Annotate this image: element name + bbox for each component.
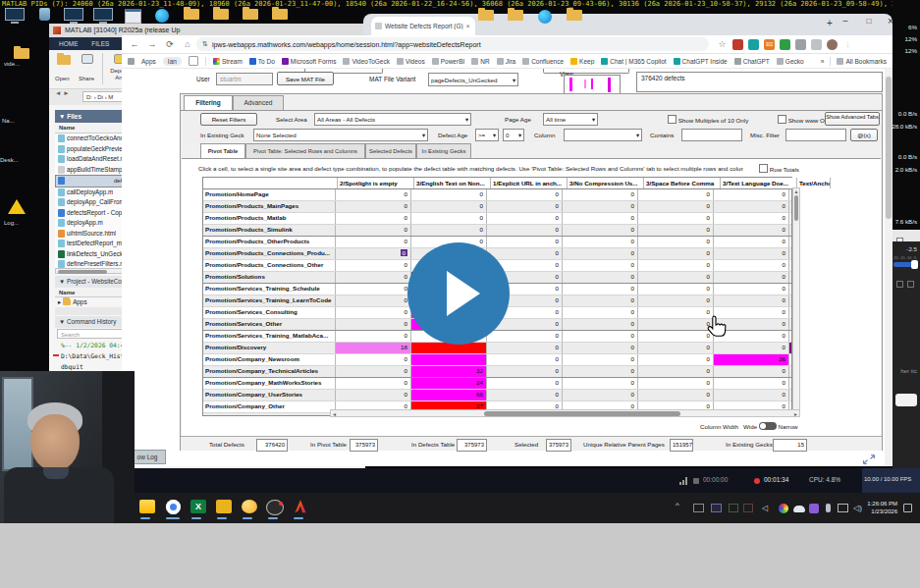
defect-age-value-select[interactable]: 0▾ [503,129,524,141]
pivot-cell[interactable]: 0 [563,378,638,389]
row-totals-checkbox[interactable]: Row Totals [759,164,799,173]
pivot-cell[interactable]: 0 [563,213,638,224]
edge-browser-icon[interactable] [530,9,560,34]
pivot-cell[interactable] [789,237,791,247]
warning-triangle-icon[interactable] [8,199,26,214]
tab-selected-defects[interactable]: Selected Defects [365,143,416,159]
pivot-cell[interactable]: 24 [411,378,487,389]
dock-button[interactable] [895,394,917,406]
pivot-cell[interactable] [789,378,791,389]
window-minimize-button[interactable]: – [837,16,854,26]
hscroll-thumb[interactable] [484,411,680,416]
column-width-toggle[interactable] [759,422,777,430]
share-button[interactable]: Share [79,76,94,81]
desktop-label-log[interactable]: Log... [4,220,51,226]
pivot-cell[interactable]: 0 [563,331,638,342]
profile-chip[interactable]: Ian [163,57,182,66]
pivot-cell[interactable]: 0 [336,284,411,294]
pivot-cell[interactable]: 0 [638,378,714,389]
tab-pivot-table[interactable]: Pivot Table [200,143,245,159]
teams-icon[interactable] [809,504,819,513]
bookmark-item[interactable]: Jira [497,58,515,65]
pivot-cell[interactable]: 0 [563,295,638,306]
pivot-cell[interactable]: 0 [638,213,714,224]
all-bookmarks-item[interactable]: All Bookmarks [837,58,887,65]
table-vscrollbar[interactable]: ▲ ▼ [792,187,800,414]
column-header[interactable]: 3/Text Language Doe... [721,178,797,188]
pivot-cell[interactable] [789,331,791,342]
pivot-cell[interactable]: 0 [336,354,411,365]
site-settings-icon[interactable]: ⇅ [202,40,208,48]
table-row[interactable]: Promotion/Company_Newsroom000036 [203,354,791,366]
tab-close-icon[interactable]: × [466,23,470,29]
pivot-cell[interactable]: 0 [336,272,411,283]
row-label[interactable]: Promotion/Company_MathWorksStories [203,378,336,389]
clock-recorder-taskbar-icon[interactable] [266,498,284,515]
reset-filters-button[interactable]: Reset Filters [200,113,257,126]
pivot-cell[interactable]: 0 [487,201,563,212]
browser-tab[interactable]: Website Defects Report (G) × [371,17,475,35]
tray-clock[interactable]: 1:26:06 PM 1/23/2026 [866,500,897,515]
row-label[interactable]: Promotion/Products_MainPages [203,201,336,212]
page-scroll-thumb[interactable] [886,77,892,219]
table-row[interactable]: Promotion/Services_Training_MatlabAca...… [203,331,791,343]
desktop-label-desk[interactable]: Desk... [0,157,47,163]
save-mat-button[interactable]: Save MAT File [277,72,334,85]
matlab-tab-files[interactable]: FILES [91,40,109,47]
bookmark-item[interactable]: Keep [570,58,594,65]
show-advanced-tabs-button[interactable]: Show Advanced Tabs [825,112,880,126]
scroll-up-icon[interactable]: ▲ [793,188,799,194]
pivot-cell[interactable] [789,295,791,306]
speaker-icon[interactable]: ◁ [762,504,771,512]
bookmark-item[interactable]: VideoToGeck [343,58,390,65]
this-pc-icon[interactable] [0,8,29,33]
yellow-app-taskbar-icon[interactable] [215,498,233,515]
new-tab-button[interactable]: + [827,18,833,28]
column-header[interactable]: 1/Explicit URL in anch... [491,178,568,188]
column-header[interactable]: 3/Space Before Comma [644,178,721,188]
reload-icon[interactable]: ⟳ [161,39,179,49]
pivot-cell[interactable]: 0 [638,248,714,259]
pivot-cell[interactable] [789,390,791,401]
checkbox-icon[interactable] [668,115,676,124]
pivot-cell[interactable]: 0 [563,237,638,247]
apps-label[interactable]: Apps [141,58,156,65]
table-row[interactable]: Promotion/HomePage000000 [203,189,791,201]
pivot-cell[interactable]: 0 [563,366,638,377]
select-area-select[interactable]: All Areas - All Defects▾ [314,113,471,126]
pivot-cell[interactable]: 0 [487,248,563,259]
pivot-cell[interactable]: 0 [487,213,563,224]
pivot-cell[interactable]: 0 [563,354,638,365]
badge-extension-icon[interactable]: 302 [764,39,775,50]
pivot-cell[interactable]: 0 [336,295,411,306]
pivot-cell[interactable] [789,343,791,353]
expand-icon[interactable] [862,452,876,463]
open-button[interactable]: Open [55,76,70,81]
color-wheel-icon[interactable] [779,504,788,513]
column-header[interactable]: 3/No Compression Us... [568,178,644,188]
bookmark-item[interactable]: ChatGPT Inside [674,58,728,65]
bookmark-item[interactable]: Microsoft Forms [282,58,337,65]
row-label[interactable]: Promotion/Products_Connections_Produ... [203,248,336,259]
row-label[interactable]: Promotion/Solutions [203,272,336,283]
bookmark-item[interactable]: ChatGPT [734,58,770,65]
home-icon[interactable]: ⌂ [179,39,196,49]
folder-icon[interactable] [560,9,589,34]
pivot-cell[interactable]: 0 [336,201,411,212]
pivot-cell[interactable] [789,248,791,259]
window-maximize-button[interactable]: □ [860,17,878,26]
table-row[interactable]: Promotion/Products_Connections_Produ...0… [203,248,791,260]
media-ball-taskbar-icon[interactable] [241,498,258,515]
pivot-cell[interactable]: 36 [714,354,789,365]
pivot-cell[interactable] [789,319,791,330]
green-extension-icon[interactable] [780,39,790,50]
pivot-cell[interactable]: 0 [336,331,411,342]
pivot-cell[interactable]: 0 [714,272,789,283]
pivot-cell[interactable]: 0 [638,354,714,365]
pivot-cell[interactable]: 0 [638,225,714,236]
pivot-cell[interactable]: 0 [563,343,638,353]
microphone-icon[interactable] [826,504,831,512]
pivot-cell[interactable]: 0 [411,201,487,212]
pivot-cell[interactable]: 0 [638,307,714,318]
bookmarks-overflow-chevron[interactable]: » [821,58,825,65]
